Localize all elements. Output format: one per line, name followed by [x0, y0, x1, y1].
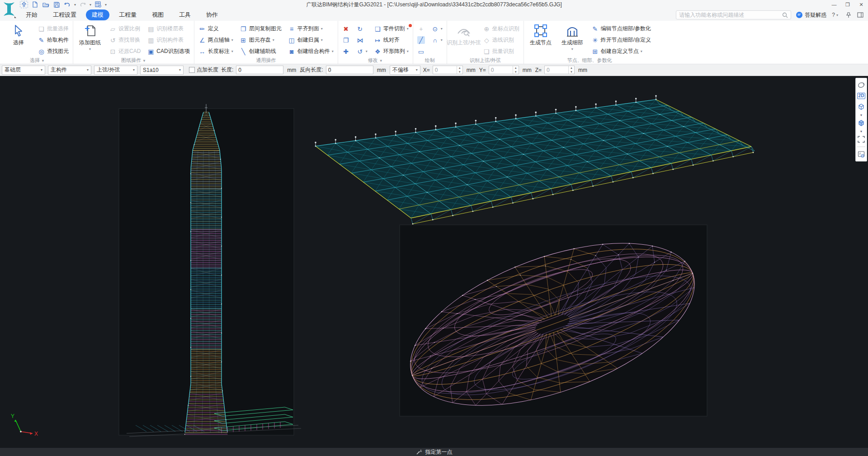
- view-2d-button[interactable]: 2D: [856, 91, 866, 101]
- pin-ribbon-button[interactable]: [844, 11, 853, 19]
- workspace-button[interactable]: [94, 1, 102, 8]
- y-spinner[interactable]: 0▲▼: [489, 66, 519, 74]
- tab-start[interactable]: 开始: [20, 10, 43, 20]
- create-combined-component-button[interactable]: ◙创建组合构件▾: [287, 46, 335, 57]
- save-element-caret[interactable]: ▾: [273, 38, 274, 42]
- part-cut-button[interactable]: ❑零件切割▾: [373, 23, 410, 34]
- tab-modeling[interactable]: 建模: [86, 10, 109, 20]
- generate-detail-button[interactable]: 生成细部▾: [558, 22, 586, 57]
- edit-node-detail-parametric-button[interactable]: ✎编辑节点细部/参数化: [590, 23, 652, 34]
- part-cut-caret[interactable]: ▾: [407, 27, 409, 31]
- zoom-extents-button[interactable]: [856, 134, 866, 144]
- two-point-aux-axis-caret[interactable]: ▾: [231, 38, 233, 42]
- tab-quantities[interactable]: 工程量: [113, 10, 142, 20]
- tab-collaborate[interactable]: 协作: [200, 10, 224, 20]
- orbit-view-button[interactable]: [856, 80, 866, 90]
- minimize-button[interactable]: —: [827, 0, 841, 9]
- function-search[interactable]: [676, 10, 791, 19]
- search-input[interactable]: [679, 12, 782, 18]
- floor-select[interactable]: 基础层▾: [2, 66, 45, 75]
- undo-caret[interactable]: ▾: [74, 3, 76, 7]
- length-input[interactable]: [236, 66, 283, 74]
- point-add-length-checkbox[interactable]: 点加长度: [189, 66, 218, 74]
- z-spinner[interactable]: 0▲▼: [544, 66, 575, 74]
- section-select[interactable]: S1a10▾: [140, 66, 184, 75]
- tab-view[interactable]: 视图: [146, 10, 170, 20]
- rotate-button[interactable]: ↻: [355, 23, 369, 34]
- copy-button[interactable]: ❐: [341, 34, 351, 46]
- line-align-button[interactable]: ↦线对齐: [373, 34, 410, 46]
- tab-tools[interactable]: 工具: [173, 10, 197, 20]
- delete-button[interactable]: ✖: [341, 23, 351, 34]
- x-spinner[interactable]: 0▲▼: [433, 66, 463, 74]
- save-button[interactable]: [52, 1, 61, 8]
- draw-arc-button[interactable]: ∩▾: [430, 34, 444, 46]
- ribbon-group-label-modify[interactable]: 修改▼: [341, 57, 410, 64]
- new-file-icon: [32, 1, 38, 8]
- add-drawing-button[interactable]: 添加图纸▾: [76, 22, 104, 57]
- draw-rectangle-button[interactable]: ▭: [416, 46, 426, 57]
- circular-array-caret[interactable]: ▾: [407, 49, 409, 53]
- publish-button[interactable]: [20, 1, 28, 8]
- circular-array-button[interactable]: ❖环形阵列▾: [373, 46, 410, 57]
- create-custom-node-button[interactable]: ⊞创建自定义节点▾: [590, 46, 652, 57]
- help-menu[interactable]: ? ▾: [832, 12, 838, 18]
- find-element-button[interactable]: ◎查找图元: [36, 46, 70, 57]
- define-button[interactable]: ✏定义: [197, 23, 235, 34]
- add-drawing-caret[interactable]: ▾: [89, 47, 91, 51]
- align-to-face-caret[interactable]: ▾: [321, 27, 323, 31]
- create-aux-line-button[interactable]: ╲创建辅助线: [238, 46, 283, 57]
- app-logo[interactable]: [1, 0, 17, 19]
- draw-circle-caret[interactable]: ▾: [441, 27, 443, 31]
- generate-node-button[interactable]: 生成节点: [527, 22, 555, 57]
- wireframe-view-caret[interactable]: ▼: [856, 113, 866, 117]
- model-viewport[interactable]: YX: [0, 76, 868, 448]
- recognize-chord-label: 识别上弦/外弦: [447, 39, 481, 47]
- open-file-button[interactable]: [42, 1, 50, 8]
- panel-layout-button[interactable]: [856, 11, 864, 19]
- ribbon-group-label-select[interactable]: 选择▼: [5, 57, 70, 64]
- move-button[interactable]: ✚: [341, 46, 351, 57]
- draw-circle-button[interactable]: ⊙▾: [430, 23, 444, 34]
- model-canvas[interactable]: YX 2D ▼ ▼: [0, 76, 868, 448]
- batch-recognize-label: 批量识别: [492, 48, 514, 55]
- display-settings-button[interactable]: [856, 149, 866, 159]
- cad-recognize-options-button[interactable]: ▣CAD识别选项: [146, 46, 191, 57]
- rotate-3d-button[interactable]: ↺▾: [355, 46, 369, 57]
- quick-access-customize-caret[interactable]: ▾: [105, 3, 107, 7]
- length-dimension-caret[interactable]: ▾: [231, 49, 233, 53]
- copy-between-floors-button[interactable]: ❐层间复制图元: [238, 23, 283, 34]
- save-element-button[interactable]: ⊞图元存盘▾: [238, 34, 283, 46]
- restore-button[interactable]: ❐: [841, 0, 854, 9]
- rotate-3d-caret[interactable]: ▾: [366, 49, 368, 53]
- solid-view-button[interactable]: [856, 118, 866, 128]
- wireframe-view-button[interactable]: [856, 102, 866, 112]
- create-ownership-caret[interactable]: ▾: [321, 38, 323, 42]
- ribbon-group-label-drawing-ops[interactable]: 图纸操作▼: [76, 57, 191, 64]
- pick-component-button[interactable]: ✎拾取构件: [36, 34, 70, 46]
- create-ownership-button[interactable]: ◫创建归属▾: [287, 34, 335, 46]
- offset-select[interactable]: 不偏移▾: [390, 66, 420, 75]
- create-custom-node-caret[interactable]: ▾: [641, 49, 642, 53]
- generate-detail-caret[interactable]: ▾: [571, 47, 573, 51]
- new-file-button[interactable]: [31, 1, 39, 8]
- component-select[interactable]: 主构件▾: [48, 66, 91, 75]
- reverse-length-input[interactable]: [326, 66, 373, 74]
- select-button[interactable]: 选择: [5, 22, 33, 57]
- close-button[interactable]: ✕: [854, 0, 868, 9]
- qa-help-button[interactable]: 答疑解惑: [796, 11, 826, 19]
- draw-line-button[interactable]: ╱: [416, 34, 426, 46]
- align-to-face-button[interactable]: ≡平齐到面▾: [287, 23, 335, 34]
- draw-arc-caret[interactable]: ▾: [441, 38, 443, 42]
- redo-caret[interactable]: ▾: [90, 3, 91, 7]
- tab-project-settings[interactable]: 工程设置: [47, 10, 82, 20]
- solid-view-caret[interactable]: ▼: [856, 129, 866, 133]
- redo-button[interactable]: [79, 1, 87, 8]
- explode-node-detail-custom-button[interactable]: ✳炸开节点细部/自定义: [590, 34, 652, 46]
- two-point-aux-axis-button[interactable]: ∠两点辅轴▾: [197, 34, 235, 46]
- length-dimension-button[interactable]: ↔长度标注▾: [197, 46, 235, 57]
- create-combined-component-caret[interactable]: ▾: [332, 49, 334, 53]
- mirror-button[interactable]: ⋈: [355, 34, 369, 46]
- undo-button[interactable]: [63, 1, 71, 8]
- chord-select[interactable]: 上弦/外弦▾: [94, 66, 137, 75]
